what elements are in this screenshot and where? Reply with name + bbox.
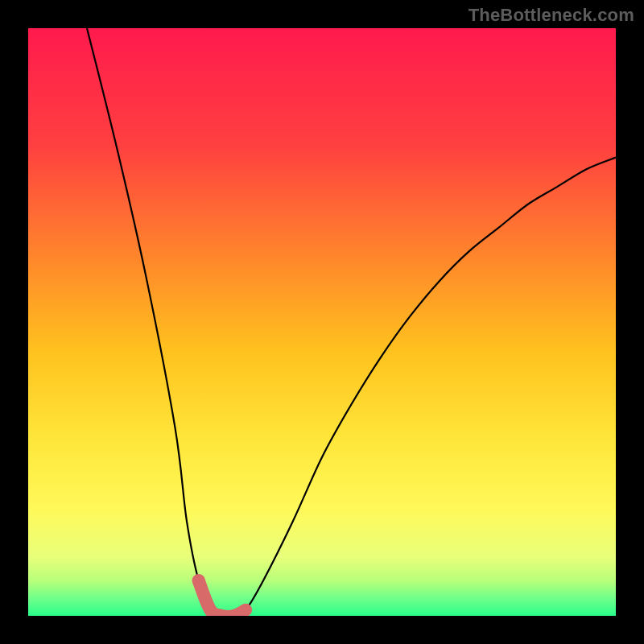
bottleneck-curve <box>28 28 616 616</box>
optimal-range-highlight <box>199 580 246 616</box>
curve-line <box>87 28 616 616</box>
chart-frame: TheBottleneck.com <box>0 0 644 644</box>
plot-area <box>28 28 616 616</box>
watermark-text: TheBottleneck.com <box>469 5 634 26</box>
highlight-dot <box>192 574 205 587</box>
